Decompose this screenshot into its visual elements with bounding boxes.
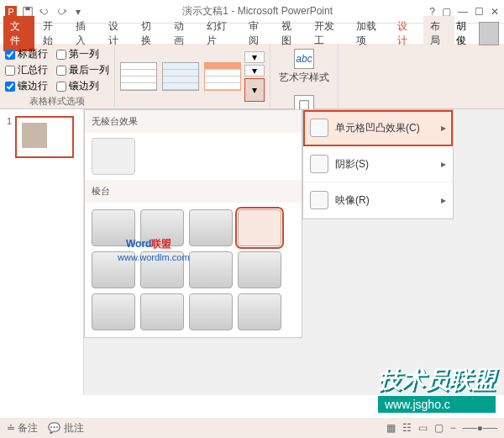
- ribbon-tabs: 文件 开始 插入 设计 切换 动画 幻灯片 审阅 视图 开发工 加载项 设计 布…: [0, 24, 504, 44]
- menu-shadow[interactable]: 阴影(S) ▸: [303, 146, 453, 182]
- chevron-right-icon: ▸: [441, 194, 446, 206]
- bevel-11[interactable]: [189, 293, 233, 330]
- borders-dropdown[interactable]: ▾: [244, 65, 265, 77]
- table-style-1[interactable]: [120, 62, 157, 91]
- bevel-header: 棱台: [85, 180, 302, 203]
- bevel-4[interactable]: [238, 209, 281, 246]
- svg-text:P: P: [8, 6, 14, 16]
- chk-first-col[interactable]: 第一列: [56, 47, 109, 61]
- slide-panel: 1: [0, 109, 84, 395]
- table-style-3[interactable]: [204, 62, 241, 91]
- group-wordart: abc 艺术字样式 绘图边框: [270, 44, 339, 108]
- zoom-out-icon[interactable]: −: [450, 422, 456, 434]
- svg-rect-3: [25, 7, 29, 10]
- effects-dropdown[interactable]: ▾: [244, 78, 265, 102]
- view-reading-icon[interactable]: ▭: [418, 422, 428, 434]
- chevron-right-icon: ▸: [441, 122, 446, 134]
- bevel-none[interactable]: [92, 138, 135, 175]
- cell-bevel-icon: [310, 119, 328, 137]
- wordart-styles-button[interactable]: abc 艺术字样式: [279, 49, 329, 85]
- view-slideshow-icon[interactable]: ▢: [434, 422, 444, 434]
- table-style-2[interactable]: [162, 62, 199, 91]
- status-notes[interactable]: ≐ 备注: [7, 421, 38, 435]
- bevel-7[interactable]: [189, 251, 233, 288]
- ribbon: 标题行 第一列 汇总行 最后一列 镶边行 镶边列 表格样式选项 ▾ ▾ ▾ ab…: [0, 44, 504, 109]
- bevel-5[interactable]: [92, 251, 135, 288]
- maximize-icon[interactable]: ☐: [475, 6, 484, 18]
- bevel-3[interactable]: [189, 209, 233, 246]
- minimize-icon[interactable]: —: [458, 6, 468, 18]
- slide-canvas[interactable]: 无棱台效果 棱台 单元格凹凸效果(C): [84, 109, 504, 395]
- status-comments[interactable]: 💬 批注: [48, 421, 83, 435]
- effects-submenu: 单元格凹凸效果(C) ▸ 阴影(S) ▸ 映像(R) ▸: [302, 109, 454, 219]
- menu-cell-bevel[interactable]: 单元格凹凸效果(C) ▸: [303, 110, 453, 146]
- content-area: 1 无棱台效果 棱台: [0, 109, 504, 395]
- group-table-style-options: 标题行 第一列 汇总行 最后一列 镶边行 镶边列 表格样式选项: [0, 44, 115, 108]
- shading-dropdown[interactable]: ▾: [244, 51, 265, 63]
- chk-total-row[interactable]: 汇总行: [5, 63, 48, 77]
- user-avatar[interactable]: [479, 22, 499, 45]
- status-bar: ≐ 备注 💬 批注 ▦ ☷ ▭ ▢ − ──●──: [0, 418, 504, 438]
- bevel-2[interactable]: [140, 209, 184, 246]
- group-label-tso: 表格样式选项: [5, 95, 109, 108]
- menu-reflection[interactable]: 映像(R) ▸: [303, 182, 453, 219]
- close-icon[interactable]: ✕: [491, 6, 499, 18]
- bevel-effects-panel: 无棱台效果 棱台: [84, 109, 302, 338]
- bevel-6[interactable]: [140, 251, 184, 288]
- chk-header-row[interactable]: 标题行: [5, 47, 48, 61]
- group-table-styles: ▾ ▾ ▾: [115, 44, 270, 108]
- bevel-1[interactable]: [92, 209, 135, 246]
- chk-banded-row[interactable]: 镶边行: [5, 79, 48, 93]
- bevel-10[interactable]: [140, 293, 184, 330]
- zoom-slider[interactable]: ──●──: [463, 422, 497, 434]
- tab-addins[interactable]: 加载项: [349, 16, 390, 51]
- view-sorter-icon[interactable]: ☷: [402, 422, 412, 434]
- bevel-12[interactable]: [238, 293, 281, 330]
- tab-table-design[interactable]: 设计: [391, 16, 422, 51]
- chk-last-col[interactable]: 最后一列: [56, 63, 109, 77]
- no-bevel-header: 无棱台效果: [85, 110, 302, 133]
- user-name[interactable]: 胡俊: [456, 19, 474, 48]
- bevel-8[interactable]: [238, 251, 281, 288]
- chevron-right-icon: ▸: [441, 158, 446, 170]
- bevel-9[interactable]: [92, 293, 135, 330]
- slide-image: [22, 123, 47, 148]
- tab-layout[interactable]: 布局: [423, 16, 454, 51]
- shadow-icon: [310, 155, 328, 173]
- chk-banded-col[interactable]: 镶边列: [56, 79, 109, 93]
- view-normal-icon[interactable]: ▦: [386, 422, 396, 434]
- reflection-icon: [310, 191, 328, 209]
- svg-rect-4: [300, 101, 309, 110]
- slide-thumb-1[interactable]: 1: [7, 116, 76, 158]
